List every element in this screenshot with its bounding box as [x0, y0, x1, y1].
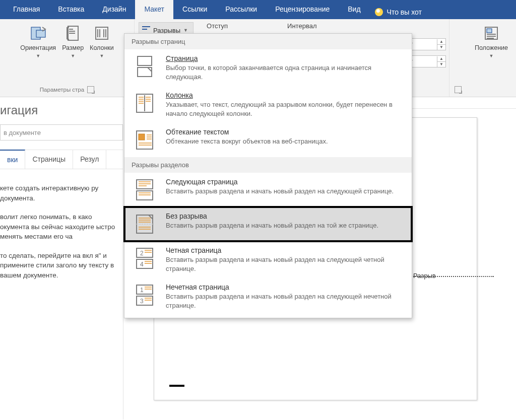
- menu-item-page-break[interactable]: СтраницаВыбор точки, в которой заканчива…: [124, 49, 412, 86]
- spin-up-icon[interactable]: ▲: [437, 56, 445, 62]
- dialog-launcher-icon[interactable]: [455, 86, 462, 93]
- menu-item-odd-page-section[interactable]: 13 Нечетная страницаВставить разрыв разд…: [124, 278, 412, 315]
- page-setup-group-label: Параметры стра: [40, 85, 94, 95]
- menu-item-desc: Вставить разрыв раздела и начать новый р…: [166, 187, 394, 196]
- svg-rect-6: [138, 56, 152, 65]
- menu-section-section-breaks: Разрывы разделов: [124, 157, 412, 173]
- breaks-dropdown-menu: Разрывы страниц СтраницаВыбор точки, в к…: [124, 33, 412, 318]
- text-wrap-break-icon: [133, 128, 157, 152]
- columns-label: Колонки: [90, 44, 114, 51]
- svg-rect-5: [487, 29, 492, 33]
- tab-design[interactable]: Дизайн: [93, 0, 135, 19]
- menu-item-title: Обтекание текстом: [166, 128, 328, 136]
- tab-mailings[interactable]: Рассылки: [216, 0, 266, 19]
- tab-review[interactable]: Рецензирование: [266, 0, 339, 19]
- svg-text:4: 4: [140, 261, 144, 268]
- menu-item-title: Без разрыва: [166, 212, 378, 220]
- spin-up-icon[interactable]: ▲: [437, 39, 445, 45]
- svg-rect-18: [137, 285, 153, 294]
- menu-item-title: Нечетная страница: [166, 283, 398, 291]
- spacing-label: Интервал: [287, 22, 316, 30]
- menu-item-desc: Указывает, что текст, следующий за разры…: [166, 100, 398, 118]
- menu-item-desc: Вставить разрыв раздела и начать новый р…: [166, 255, 398, 273]
- svg-rect-16: [137, 259, 153, 268]
- chevron-down-icon: ▼: [36, 53, 40, 58]
- tell-me-label: Что вы хот: [387, 8, 422, 16]
- spin-down-icon[interactable]: ▼: [437, 45, 445, 50]
- lightbulb-icon: [375, 8, 383, 16]
- chevron-down-icon: ▼: [489, 53, 494, 58]
- nav-pane-title: игация: [0, 103, 123, 124]
- nav-tab-pages[interactable]: Страницы: [25, 150, 73, 169]
- menu-section-page-breaks: Разрывы страниц: [124, 34, 412, 49]
- size-button[interactable]: Размер ▼: [59, 22, 87, 60]
- indent-label: Отступ: [207, 22, 228, 30]
- section-break-mark: [169, 385, 184, 387]
- menu-item-next-page-section[interactable]: Следующая страницаВставить разрыв раздел…: [124, 173, 412, 207]
- menu-item-desc: Вставить разрыв раздела и начать новый р…: [166, 292, 398, 310]
- nav-body-text: кете создать интерактивную ру документа.…: [0, 169, 123, 281]
- svg-rect-1: [36, 30, 45, 37]
- columns-button[interactable]: Колонки ▼: [87, 22, 117, 60]
- tab-insert[interactable]: Вставка: [49, 0, 93, 19]
- menu-item-text-wrapping-break[interactable]: Обтекание текстомОбтекание текста вокруг…: [124, 123, 412, 157]
- tab-home[interactable]: Главная: [4, 0, 49, 19]
- svg-rect-11: [137, 180, 153, 189]
- page-size-icon: [64, 24, 82, 42]
- size-label: Размер: [62, 44, 84, 51]
- nav-tab-headings[interactable]: вки: [0, 150, 25, 169]
- spin-down-icon[interactable]: ▼: [437, 62, 445, 67]
- odd-page-section-icon: 13: [133, 283, 157, 307]
- nav-tabs: вки Страницы Резул: [0, 150, 123, 169]
- chevron-down-icon: ▼: [71, 53, 75, 58]
- annotation-label: Разрыв: [413, 272, 436, 279]
- position-icon: [482, 24, 500, 42]
- menu-item-column-break[interactable]: КолонкаУказывает, что текст, следующий з…: [124, 86, 412, 123]
- menu-item-title: Следующая страница: [166, 178, 394, 186]
- nav-tab-results[interactable]: Резул: [73, 150, 106, 169]
- menu-item-continuous-section[interactable]: Без разрываВставить разрыв раздела и нач…: [124, 207, 412, 241]
- tab-layout[interactable]: Макет: [135, 0, 173, 19]
- svg-text:3: 3: [140, 298, 144, 305]
- page-break-icon: [133, 54, 157, 79]
- orientation-label: Ориентация: [20, 44, 56, 51]
- chevron-down-icon: ▼: [100, 53, 104, 58]
- svg-rect-10: [139, 134, 145, 140]
- continuous-section-icon: [133, 212, 157, 236]
- next-page-section-icon: [133, 178, 157, 202]
- orientation-button[interactable]: Ориентация ▼: [17, 22, 59, 60]
- menu-item-title: Четная страница: [166, 246, 398, 254]
- column-break-icon: [133, 91, 157, 115]
- columns-icon: [93, 24, 111, 42]
- navigation-pane: игация в документе вки Страницы Резул ке…: [0, 97, 123, 419]
- even-page-section-icon: 24: [133, 246, 157, 270]
- svg-text:1: 1: [140, 287, 144, 294]
- svg-rect-14: [137, 248, 153, 257]
- tab-view[interactable]: Вид: [339, 0, 369, 19]
- position-label: Положение: [475, 44, 508, 51]
- tell-me-search[interactable]: Что вы хот: [370, 0, 422, 19]
- menu-item-desc: Обтекание текста вокруг объектов на веб-…: [166, 137, 328, 146]
- ribbon-tabbar: Главная Вставка Дизайн Макет Ссылки Расс…: [0, 0, 516, 19]
- menu-item-title: Страница: [166, 54, 398, 62]
- menu-item-title: Колонка: [166, 91, 398, 99]
- svg-rect-12: [137, 191, 153, 200]
- svg-rect-20: [137, 296, 153, 305]
- position-button[interactable]: Положение ▼: [472, 22, 511, 60]
- menu-item-desc: Выбор точки, в которой заканчивается одн…: [166, 63, 398, 81]
- menu-item-even-page-section[interactable]: 24 Четная страницаВставить разрыв раздел…: [124, 241, 412, 278]
- tab-references[interactable]: Ссылки: [173, 0, 216, 19]
- dialog-launcher-icon[interactable]: [87, 86, 94, 93]
- nav-search-input[interactable]: в документе: [0, 124, 123, 141]
- svg-text:2: 2: [140, 250, 144, 257]
- ribbon: Ориентация ▼ Размер ▼ Колонки ▼ Параметр…: [0, 19, 516, 97]
- chevron-down-icon: ▼: [183, 28, 188, 33]
- orientation-icon: [29, 24, 47, 42]
- menu-item-desc: Вставить разрыв раздела и начать новый р…: [166, 221, 378, 230]
- nav-search-placeholder: в документе: [4, 129, 41, 136]
